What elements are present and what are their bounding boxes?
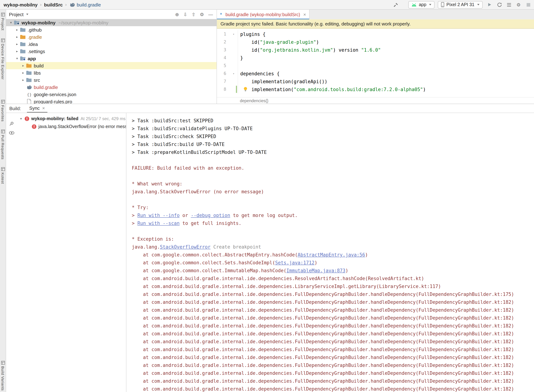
code-line[interactable]: 6▾dependencies { — [217, 70, 534, 77]
line-number[interactable]: 6 — [217, 70, 226, 77]
tree-item-src[interactable]: ▸src — [6, 76, 217, 84]
stripe-item-kotest[interactable]: Kotest — [1, 167, 5, 184]
console-text: at com.android.build.gradle.internal.ide… — [132, 355, 514, 360]
build-tree-item[interactable]: ▾wykop-mobilny: failedAt 25/11/ 7 sec, 4… — [17, 115, 126, 123]
line-number[interactable]: 3 — [217, 46, 226, 54]
stripe-item-build-variants[interactable]: Build Variants — [1, 361, 5, 391]
stripe-item-label: Device File Explorer — [1, 44, 5, 80]
editor-tab-build-gradle[interactable]: * build.gradle (wykop-mobilny:buildSrc) … — [217, 10, 310, 19]
stripe-item-favorites[interactable]: Favorites — [1, 99, 5, 121]
code-text[interactable]: } — [238, 54, 534, 62]
device-select[interactable]: Pixel 2 API 31 — [438, 1, 483, 9]
code-text[interactable]: implementation(gradleApi()) — [238, 77, 534, 85]
code-text[interactable]: id("java-gradle-plugin") — [238, 38, 534, 46]
project-view-selector[interactable]: Project — [9, 12, 29, 17]
console-link[interactable]: ImmutableMap.java:873 — [286, 268, 345, 273]
chevron-collapsed-icon[interactable]: ▸ — [14, 42, 20, 46]
stop-icon[interactable] — [525, 1, 532, 8]
sync-tab-label: Sync — [29, 105, 40, 111]
code-text[interactable]: dependencies { — [238, 70, 534, 77]
line-number[interactable]: 5 — [217, 62, 226, 70]
breadcrumb-item[interactable]: wykop-mobilny — [4, 2, 38, 7]
code-text[interactable]: plugins { — [238, 30, 534, 38]
chevron-collapsed-icon[interactable]: ▸ — [14, 35, 20, 39]
tree-item-.settings[interactable]: ▸.settings — [6, 48, 217, 55]
code-line[interactable]: 8 implementation("com.android.tools.buil… — [217, 85, 534, 93]
code-text[interactable]: implementation("com.android.tools.build:… — [238, 85, 534, 93]
chevron-expanded-icon[interactable]: ▾ — [18, 117, 24, 121]
settings-icon[interactable]: ⚙ — [200, 12, 204, 17]
chevron-collapsed-icon[interactable]: ▸ — [14, 50, 20, 53]
editor-breadcrumb[interactable]: dependencies{} — [217, 97, 534, 104]
tree-item-wykop-mobilny[interactable]: ▾wykop-mobilny~/sourcy/wykop-mobilny — [6, 19, 217, 26]
fold-expanded-icon[interactable]: ▾ — [233, 72, 234, 75]
eye-icon[interactable] — [9, 131, 14, 135]
build-tree-item[interactable]: java.lang.StackOverflowError (no error m… — [17, 123, 126, 131]
console-link[interactable]: Sets.java:1712 — [275, 260, 315, 265]
console-link[interactable]: Run with --info — [137, 213, 180, 218]
folder-icon — [20, 49, 26, 53]
code-text[interactable]: id("org.jetbrains.kotlin.jvm") version "… — [238, 46, 534, 54]
intention-bulb-icon[interactable] — [243, 87, 248, 91]
code-text[interactable] — [238, 62, 534, 70]
pin-icon[interactable] — [9, 121, 14, 126]
close-icon[interactable]: × — [42, 105, 45, 111]
build-console[interactable]: > Task :buildSrc:test SKIPPED> Task :bui… — [126, 113, 534, 392]
run-configuration-select[interactable]: app — [409, 1, 435, 9]
settings-icon[interactable]: ⚙ — [515, 1, 522, 8]
line-number[interactable]: 8 — [217, 85, 226, 93]
fold-expanded-icon[interactable]: ▾ — [233, 33, 234, 36]
main-toolbar: wykop-mobilny›buildSrc›build.gradle app … — [0, 0, 534, 10]
tree-item-.idea[interactable]: ▸.idea — [6, 41, 217, 48]
code-line[interactable]: 5 — [217, 62, 534, 70]
chevron-expanded-icon[interactable]: ▾ — [8, 21, 14, 24]
run-icon[interactable] — [486, 1, 493, 8]
line-number[interactable]: 1 — [217, 30, 226, 38]
chevron-collapsed-icon[interactable]: ▸ — [20, 64, 26, 67]
code-editor[interactable]: 1▾plugins {2 id("java-gradle-plugin")3 i… — [217, 29, 534, 97]
breadcrumb-item[interactable]: buildSrc — [44, 2, 63, 7]
line-number[interactable]: 7 — [217, 77, 226, 85]
stripe-item-device-file-explorer[interactable]: Device File Explorer — [1, 38, 5, 80]
code-line[interactable]: 3 id("org.jetbrains.kotlin.jvm") version… — [217, 46, 534, 54]
device-label: Pixel 2 API 31 — [446, 2, 474, 7]
tab-sync[interactable]: Sync × — [27, 104, 48, 113]
console-link[interactable]: AbstractMapEntry.java:56 — [298, 252, 365, 257]
breadcrumb-item-file[interactable]: build.gradle — [69, 2, 101, 7]
stripe-item-pull-requests[interactable]: Pull Requests — [1, 129, 5, 159]
tree-item-app[interactable]: ▾app — [6, 55, 217, 62]
hide-icon[interactable]: ― — [208, 12, 213, 17]
code-token: ) — [423, 87, 426, 92]
close-icon[interactable]: × — [303, 12, 306, 17]
line-number[interactable]: 2 — [217, 38, 226, 46]
build-hammer-icon[interactable] — [392, 1, 400, 8]
console-link[interactable]: StackOverflowError — [160, 244, 211, 250]
console-line: at com.android.build.gradle.internal.ide… — [132, 370, 534, 378]
console-link[interactable]: --debug option — [191, 213, 230, 218]
locate-icon[interactable]: ⊕ — [175, 12, 179, 17]
chevron-collapsed-icon[interactable]: ▸ — [14, 28, 20, 32]
chevron-collapsed-icon[interactable]: ▸ — [20, 78, 26, 82]
tree-item-.gradle[interactable]: ▸.gradle — [6, 33, 217, 41]
code-line[interactable]: 4} — [217, 54, 534, 62]
code-line[interactable]: 1▾plugins { — [217, 30, 534, 38]
line-number[interactable]: 4 — [217, 54, 226, 62]
code-line[interactable]: 2 id("java-gradle-plugin") — [217, 38, 534, 46]
console-link[interactable]: Run with --scan — [137, 221, 180, 226]
stripe-item-project[interactable]: Project — [1, 13, 5, 30]
tree-item-proguard-rules.pro[interactable]: proguard-rules.pro — [6, 98, 217, 104]
collapse-all-icon[interactable]: ⇧ — [192, 12, 195, 17]
console-line: at com.google.common.collect.AbstractMap… — [132, 252, 534, 260]
tree-item-build.gradle[interactable]: build.gradle — [6, 84, 217, 91]
chevron-expanded-icon[interactable]: ▾ — [14, 57, 20, 60]
chevron-collapsed-icon[interactable]: ▸ — [20, 71, 26, 75]
tree-item-.github[interactable]: ▸.github — [6, 26, 217, 33]
task-list-icon[interactable] — [505, 1, 512, 8]
code-line[interactable]: 7 implementation(gradleApi()) — [217, 77, 534, 85]
tree-item-libs[interactable]: ▸libs — [6, 69, 217, 76]
expand-all-icon[interactable]: ⇩ — [183, 12, 187, 17]
tree-item-google-services.json[interactable]: {}google-services.json — [6, 91, 217, 98]
sync-icon[interactable] — [496, 1, 503, 8]
console-line: at com.android.build.gradle.internal.ide… — [132, 299, 534, 307]
tree-item-build[interactable]: ▸build — [6, 62, 217, 69]
